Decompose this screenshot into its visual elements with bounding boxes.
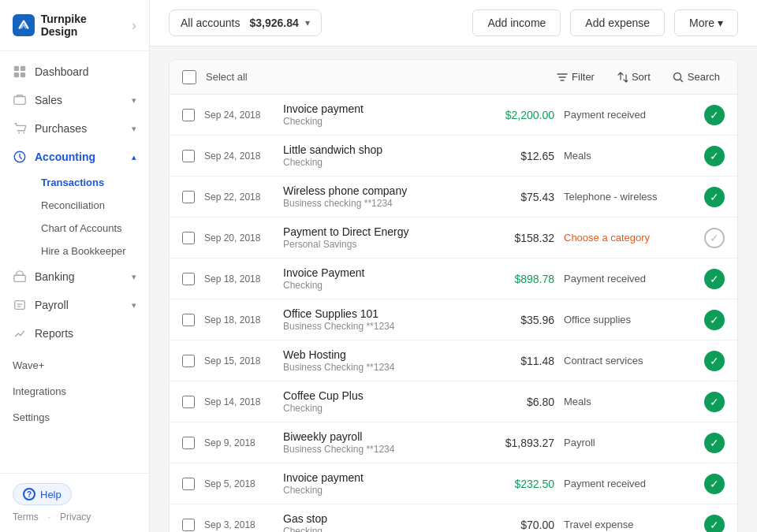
row-account: Business Checking **1234	[283, 362, 474, 373]
row-category: Payroll	[564, 437, 690, 448]
sidebar-item-reports[interactable]: Reports	[0, 319, 149, 348]
add-expense-button[interactable]: Add expense	[570, 9, 665, 36]
chevron-down-icon-payroll: ▾	[132, 300, 136, 311]
row-checkbox[interactable]	[182, 232, 195, 244]
row-description: Gas stop Checking	[283, 512, 474, 532]
more-label: More	[689, 17, 714, 29]
row-checkbox[interactable]	[182, 150, 195, 162]
sort-button[interactable]: Sort	[612, 68, 655, 86]
account-selector[interactable]: All accounts $3,926.84 ▾	[169, 9, 322, 36]
row-status: ✓	[699, 433, 725, 453]
row-checkbox[interactable]	[182, 478, 195, 490]
transaction-rows: Sep 24, 2018 Invoice payment Checking $2…	[170, 95, 737, 532]
top-bar: All accounts $3,926.84 ▾ Add income Add …	[150, 0, 757, 47]
row-date: Sep 15, 2018	[204, 355, 274, 366]
search-button[interactable]: Search	[668, 68, 725, 86]
row-date: Sep 14, 2018	[204, 396, 274, 407]
status-check-icon: ✓	[704, 310, 725, 330]
sidebar-item-wave-plus[interactable]: Wave+	[13, 354, 136, 377]
row-status: ✓	[699, 228, 725, 248]
row-account: Checking	[283, 403, 474, 414]
row-status: ✓	[699, 310, 725, 330]
row-category: Payment received	[564, 478, 690, 489]
sidebar-item-settings[interactable]: Settings	[13, 406, 136, 429]
sidebar-bottom-links: Terms · Privacy	[13, 512, 136, 523]
row-name: Invoice Payment	[283, 266, 474, 279]
row-name: Wireless phone company	[283, 184, 474, 197]
table-row[interactable]: Sep 15, 2018 Web Hosting Business Checki…	[170, 340, 737, 381]
select-all-checkbox[interactable]	[182, 70, 196, 84]
status-check-icon: ✓	[704, 146, 725, 166]
row-checkbox[interactable]	[182, 519, 195, 531]
help-button[interactable]: ? Help	[13, 483, 72, 505]
row-name: Gas stop	[283, 512, 474, 525]
sidebar-logo[interactable]: Turnpike Design ›	[0, 0, 149, 51]
table-row[interactable]: Sep 18, 2018 Invoice Payment Checking $8…	[170, 259, 737, 299]
table-row[interactable]: Sep 3, 2018 Gas stop Checking $70.00 Tra…	[170, 504, 737, 532]
row-date: Sep 22, 2018	[204, 192, 274, 203]
row-status: ✓	[699, 105, 725, 125]
chevron-up-icon: ▴	[132, 152, 136, 162]
svg-point-6	[24, 132, 25, 134]
status-check-icon: ✓	[704, 187, 725, 207]
table-area: Select all Filter Sort Search	[150, 47, 757, 532]
row-account: Business Checking **1234	[283, 444, 474, 455]
sidebar-collapse-icon[interactable]: ›	[132, 17, 136, 34]
row-checkbox[interactable]	[182, 437, 195, 449]
table-row[interactable]: Sep 5, 2018 Invoice payment Checking $23…	[170, 463, 737, 504]
sidebar-item-dashboard[interactable]: Dashboard	[0, 58, 149, 86]
privacy-link[interactable]: Privacy	[60, 512, 91, 523]
add-income-button[interactable]: Add income	[472, 9, 561, 36]
table-row[interactable]: Sep 22, 2018 Wireless phone company Busi…	[170, 177, 737, 218]
sidebar-item-sales[interactable]: Sales ▾	[0, 86, 149, 114]
status-check-icon: ✓	[704, 392, 725, 412]
row-checkbox[interactable]	[182, 355, 195, 367]
row-description: Invoice payment Checking	[283, 102, 474, 127]
row-checkbox[interactable]	[182, 396, 195, 408]
table-row[interactable]: Sep 9, 2018 Biweekly payroll Business Ch…	[170, 422, 737, 463]
row-status: ✓	[699, 269, 725, 289]
sidebar-item-payroll[interactable]: Payroll ▾	[0, 291, 149, 319]
more-button[interactable]: More ▾	[674, 9, 738, 36]
sidebar-item-label-banking: Banking	[35, 270, 75, 283]
table-row[interactable]: Sep 20, 2018 Payment to Direct Energy Pe…	[170, 218, 737, 259]
row-name: Invoice payment	[283, 102, 474, 115]
terms-link[interactable]: Terms	[13, 512, 39, 523]
svg-point-5	[18, 132, 20, 134]
row-checkbox[interactable]	[182, 109, 195, 121]
help-icon: ?	[23, 488, 35, 500]
row-date: Sep 24, 2018	[204, 110, 274, 121]
help-label: Help	[40, 489, 62, 500]
logo-icon	[13, 14, 35, 36]
sort-label: Sort	[632, 71, 651, 83]
sidebar-item-integrations[interactable]: Integrations	[13, 380, 136, 403]
filter-button[interactable]: Filter	[552, 68, 599, 86]
table-row[interactable]: Sep 24, 2018 Little sandwich shop Checki…	[170, 136, 737, 177]
table-row[interactable]: Sep 18, 2018 Office Supplies 101 Busines…	[170, 299, 737, 340]
row-account: Checking	[283, 485, 474, 496]
sidebar-item-hire-bookkeeper[interactable]: Hire a Bookkeeper	[35, 240, 149, 262]
row-checkbox[interactable]	[182, 273, 195, 285]
row-category: Travel expense	[564, 519, 690, 530]
svg-rect-9	[15, 301, 25, 310]
sidebar-item-banking[interactable]: Banking ▾	[0, 262, 149, 291]
table-row[interactable]: Sep 14, 2018 Coffee Cup Plus Checking $6…	[170, 381, 737, 422]
row-category[interactable]: Choose a category	[564, 232, 690, 244]
status-check-icon: ✓	[704, 433, 725, 453]
table-row[interactable]: Sep 24, 2018 Invoice payment Checking $2…	[170, 95, 737, 136]
row-checkbox[interactable]	[182, 191, 195, 203]
account-label: All accounts	[181, 17, 240, 29]
row-checkbox[interactable]	[182, 314, 195, 326]
sidebar-item-chart-of-accounts[interactable]: Chart of Accounts	[35, 217, 149, 240]
status-outline-icon: ✓	[704, 228, 725, 248]
row-name: Little sandwich shop	[283, 143, 474, 156]
sidebar-item-purchases[interactable]: Purchases ▾	[0, 114, 149, 143]
sidebar-bottom: ? Help Terms · Privacy	[0, 473, 149, 532]
sidebar-item-label-sales: Sales	[35, 94, 62, 106]
sidebar-item-accounting[interactable]: Accounting ▴	[0, 143, 149, 171]
sidebar-item-transactions[interactable]: Transactions	[35, 171, 149, 194]
sidebar-item-reconciliation[interactable]: Reconciliation	[35, 194, 149, 217]
sidebar-item-label-reports: Reports	[35, 327, 73, 340]
transactions-table: Select all Filter Sort Search	[169, 59, 738, 532]
row-description: Invoice Payment Checking	[283, 266, 474, 291]
